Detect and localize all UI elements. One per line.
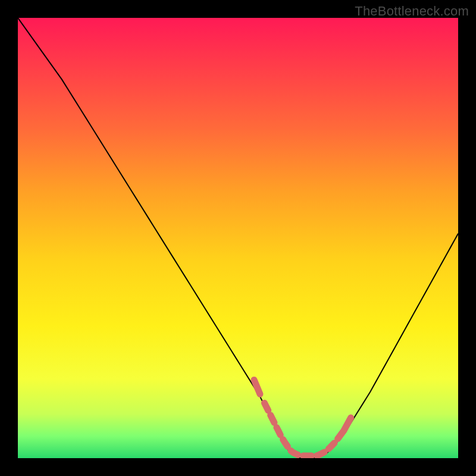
chart-canvas: TheBottleneck.com: [0, 0, 476, 476]
watermark-text: TheBottleneck.com: [355, 4, 469, 19]
chart-plot: [18, 18, 458, 458]
gradient-background: [18, 18, 458, 458]
